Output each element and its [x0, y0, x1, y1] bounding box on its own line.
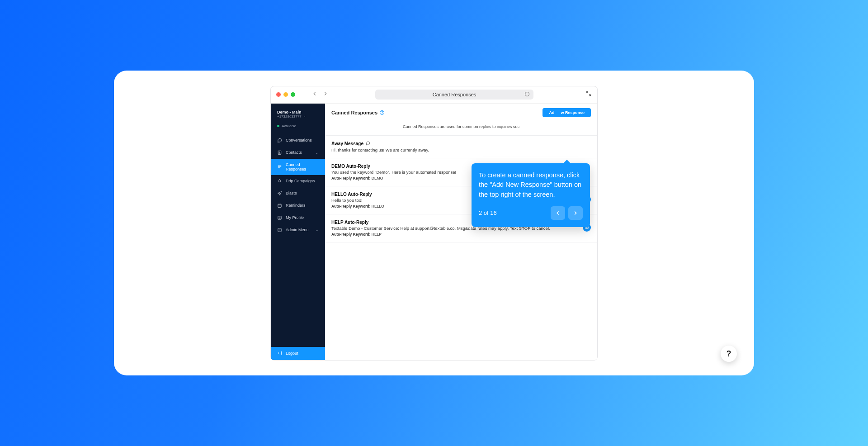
- tour-tooltip: To create a canned response, click the "…: [472, 163, 590, 227]
- sidebar-item-label: Conversations: [286, 138, 312, 142]
- sidebar-item-label: Admin Menu: [286, 228, 309, 232]
- profile-icon: [277, 215, 282, 220]
- chevron-down-icon: ⌄: [315, 150, 319, 155]
- sidebar-item-reminders[interactable]: Reminders: [271, 199, 325, 212]
- app-body: Demo - Main +17328633777 Available Conve…: [271, 104, 597, 360]
- status-indicator[interactable]: Available: [271, 121, 325, 133]
- help-fab-button[interactable]: ?: [721, 346, 737, 362]
- admin-icon: [277, 228, 282, 232]
- sidebar-item-admin-menu[interactable]: Admin Menu ⌄: [271, 224, 325, 236]
- browser-window: Canned Responses Demo - Main +1732863377…: [270, 86, 598, 361]
- tour-prev-button[interactable]: [551, 206, 565, 220]
- window-controls: [276, 92, 295, 97]
- sidebar-item-label: Reminders: [286, 203, 306, 208]
- chevron-down-icon: ⌄: [315, 228, 319, 232]
- row-title: Away Message: [331, 141, 363, 146]
- logout-label: Logout: [286, 351, 298, 356]
- nav-arrows: [311, 90, 329, 99]
- main-content: Canned Responses ? Ad w Response Canned …: [325, 104, 597, 360]
- canned-icon: [277, 164, 282, 169]
- svg-point-1: [279, 152, 280, 152]
- svg-point-4: [279, 217, 280, 218]
- sidebar-nav: Conversations Contacts ⌄ Canned Response…: [271, 133, 325, 347]
- calendar-icon: [277, 203, 282, 208]
- main-header: Canned Responses ? Ad w Response: [325, 104, 597, 123]
- status-dot-icon: [277, 125, 279, 127]
- logout-icon: [277, 351, 282, 356]
- tour-tooltip-text: To create a canned response, click the "…: [479, 171, 583, 200]
- sidebar-item-my-profile[interactable]: My Profile: [271, 212, 325, 224]
- sidebar-item-canned-responses[interactable]: Canned Responses: [271, 159, 325, 175]
- sidebar-item-label: Drip Campaigns: [286, 179, 315, 183]
- row-keyword: Auto-Reply Keyword: HELP: [331, 232, 576, 237]
- status-label: Available: [282, 124, 296, 128]
- address-bar[interactable]: Canned Responses: [375, 90, 533, 100]
- help-fab-label: ?: [726, 349, 731, 359]
- add-new-response-button[interactable]: Ad w Response: [542, 108, 591, 117]
- forward-button[interactable]: [322, 90, 329, 99]
- row-body: Hi, thanks for contacting us! We are cur…: [331, 147, 584, 152]
- back-button[interactable]: [311, 90, 318, 99]
- sidebar-item-label: My Profile: [286, 215, 304, 220]
- sidebar-item-contacts[interactable]: Contacts ⌄: [271, 147, 325, 159]
- refresh-icon[interactable]: [524, 91, 530, 98]
- blast-icon: [277, 191, 282, 196]
- response-row-away[interactable]: Away Message Hi, thanks for contacting u…: [325, 136, 597, 158]
- row-title: DEMO Auto-Reply: [331, 164, 370, 169]
- account-phone[interactable]: +17328633777: [277, 114, 320, 119]
- row-title: HELLO Auto-Reply: [331, 192, 372, 197]
- sidebar-item-label: Contacts: [286, 150, 302, 155]
- close-window-icon[interactable]: [276, 92, 281, 97]
- logout-button[interactable]: Logout: [271, 347, 325, 360]
- sidebar-item-label: Blasts: [286, 191, 297, 195]
- speech-bubble-icon: [366, 141, 370, 147]
- sidebar-item-label: Canned Responses: [286, 162, 319, 171]
- expand-icon[interactable]: [585, 90, 592, 99]
- maximize-window-icon[interactable]: [291, 92, 295, 97]
- minimize-window-icon[interactable]: [283, 92, 288, 97]
- sidebar: Demo - Main +17328633777 Available Conve…: [271, 104, 325, 360]
- sidebar-item-conversations[interactable]: Conversations: [271, 134, 325, 147]
- row-title: HELP Auto-Reply: [331, 220, 368, 225]
- tour-tooltip-footer: 2 of 16: [479, 206, 583, 220]
- description-text: Canned Responses are used for common rep…: [325, 123, 597, 136]
- chat-icon: [277, 138, 282, 143]
- contacts-icon: [277, 150, 282, 155]
- help-icon[interactable]: ?: [380, 110, 384, 115]
- tour-next-button[interactable]: [568, 206, 583, 220]
- sidebar-item-drip-campaigns[interactable]: Drip Campaigns: [271, 175, 325, 187]
- tour-step-counter: 2 of 16: [479, 209, 497, 216]
- sidebar-header: Demo - Main +17328633777: [271, 104, 325, 121]
- svg-rect-2: [278, 204, 281, 207]
- title-bar: Canned Responses: [271, 86, 597, 104]
- sidebar-item-blasts[interactable]: Blasts: [271, 187, 325, 199]
- page-title: Canned Responses: [433, 92, 476, 97]
- outer-card: Canned Responses Demo - Main +1732863377…: [114, 71, 754, 375]
- page-heading: Canned Responses ?: [331, 110, 384, 115]
- drip-icon: [277, 179, 282, 184]
- account-name: Demo - Main: [277, 110, 320, 114]
